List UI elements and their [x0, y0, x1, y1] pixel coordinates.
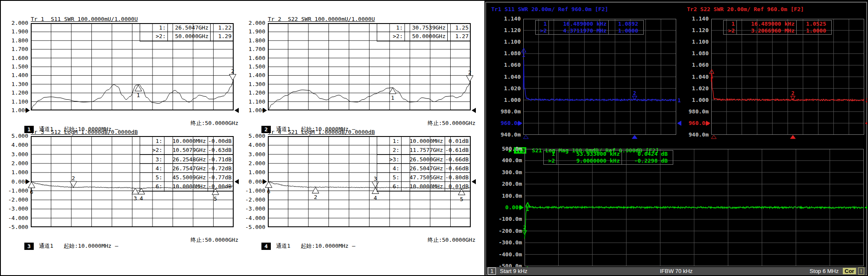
channel-bar-2: 2通道1起始:10.0000MHz—终止:50.0000GHz	[241, 119, 475, 128]
status-stop: Stop 6 MHz	[809, 268, 839, 274]
chart-title: Tr 1 S11 SWR 100.0000mU/1.0000U	[31, 16, 138, 22]
svg-text:1: 1	[710, 74, 713, 80]
chart-title: Tr 2 S22 SWR 100.0000mU/1.0000U	[268, 16, 375, 22]
y-tick-label: 2.000	[3, 20, 28, 27]
marker-glyph: 6	[28, 182, 35, 195]
y-tick-label: 1.200	[240, 89, 265, 96]
chart-rt-tr2-s22: 1.1401.1201.1001.0801.0601.0401.0201.000…	[711, 19, 864, 135]
y-tick-label: -3.000	[240, 205, 265, 212]
marker-readout: 1:10.0000MHz0.01dB2:11.7577GHz-0.61dB>3:…	[377, 136, 471, 192]
channel-label: 通道1	[276, 126, 290, 132]
y-tick-label: 1.600	[240, 55, 265, 62]
y-tick-label: 1.400	[3, 72, 28, 79]
ref-level-arrow-right	[235, 108, 239, 113]
marker-glyph: 1	[525, 202, 530, 212]
y-axis-labels: 5.0004.0003.0002.0001.0000.000-1.000-2.0…	[240, 136, 265, 227]
correction-indicator[interactable]: Cor	[843, 268, 856, 274]
y-tick-label: -300.0m	[497, 239, 522, 246]
marker-readout-row: 1:26.5047GHz1.22	[140, 24, 233, 32]
alert-indicator[interactable]: !	[858, 267, 864, 275]
channel-start: 起始:10.0000MHz	[301, 243, 349, 249]
y-tick-label: 100.0m	[497, 193, 522, 199]
marker-glyph: 2	[229, 68, 236, 80]
svg-text:5: 5	[214, 196, 217, 202]
svg-text:1: 1	[522, 52, 525, 58]
y-tick-label: 1.100	[3, 98, 28, 105]
svg-text:2: 2	[231, 68, 235, 74]
marker-readout: 116.489000 kHz1.0892>24.3711970 MHz1.000…	[535, 20, 644, 35]
status-start: Start 9 kHz	[500, 268, 527, 274]
marker-readout-row: 4:26.5047GHz-0.66dB	[377, 164, 470, 173]
tr2-trace-header[interactable]: Tr2 S22 SWR 20.00m/ Ref 960.0m [F2]	[687, 6, 804, 12]
svg-text:2: 2	[72, 175, 75, 181]
y-tick-label: 4.000	[3, 142, 28, 148]
chart-tr2-s22-swr: Tr 2 S22 SWR 100.0000mU/1.0000U 2.0001.9…	[268, 23, 471, 110]
y-tick-label: 1.700	[3, 46, 28, 53]
y-tick-label: 1.000	[240, 169, 265, 176]
svg-text:2: 2	[633, 90, 636, 96]
marker-readout: 1:10.0000MHz-0.00dB>2:10.5079GHz-0.63dB3…	[140, 136, 234, 192]
marker-readout-row: >2:50.0000GHz1.29	[140, 32, 233, 41]
y-axis-labels: 1.1401.1201.1001.0801.0601.0401.0201.000…	[496, 19, 521, 135]
y-tick-label: 1.800	[240, 37, 265, 44]
y-tick-label: 1.020	[684, 85, 709, 92]
marker-readout: 153.933000 kHz0.0424 dB>29.0000000 kHz-0…	[543, 150, 673, 165]
marker-readout-row: 153.933000 kHz0.0424 dB	[544, 151, 673, 157]
channel-stop: 终止:50.0000GHz	[191, 119, 238, 127]
y-tick-label: 1.080	[496, 50, 521, 57]
svg-text:4: 4	[374, 195, 377, 201]
marker-readout-row: 6:10.0000MHz0.01dB	[377, 182, 470, 191]
marker-readout-row: 1:10.0000MHz-0.00dB	[140, 137, 233, 145]
left-panel: Tr 1 S11 SWR 100.0000mU/1.0000U 2.0001.9…	[1, 1, 484, 276]
y-tick-label: 940.0m	[684, 131, 709, 138]
y-tick-label: 1.900	[240, 28, 265, 35]
marker-readout-row: 6:10.0000MHz-0.00dB	[140, 182, 233, 191]
channel-dash: —	[352, 126, 355, 132]
channel-dash: —	[115, 243, 118, 249]
marker-readout-row: 1:10.0000MHz0.01dB	[377, 137, 470, 145]
y-tick-label: 1.500	[240, 63, 265, 70]
marker-readout-row: 5:47.7505GHz-0.80dB	[377, 173, 470, 182]
channel-label: 通道1	[39, 126, 53, 132]
marker-readout-row: 2:11.7577GHz-0.61dB	[377, 145, 470, 154]
y-tick-label: 1.000	[3, 107, 28, 114]
channel-dash: —	[352, 243, 355, 249]
plot-area: 122	[711, 19, 864, 135]
marker-glyph: 3	[132, 188, 139, 202]
y-tick-label: 1.120	[684, 27, 709, 34]
plot-area: 12	[525, 149, 864, 266]
y-tick-label: -1.000	[240, 187, 265, 194]
marker-glyph: 6	[265, 181, 272, 195]
tr1-trace-header[interactable]: Tr1 S11 SWR 20.00m/ Ref 960.0m [F2]	[491, 6, 608, 12]
y-tick-label: 1.080	[684, 50, 709, 57]
svg-text:2: 2	[792, 90, 795, 96]
chart-rt-tr3-s21: 500.0m400.0m300.0m200.0m100.0m0.000-100.…	[525, 149, 864, 266]
plot-area: 121	[523, 19, 676, 135]
y-tick-label: 1.140	[684, 15, 709, 22]
y-tick-label: 1.100	[240, 98, 265, 105]
svg-text:2: 2	[523, 225, 526, 231]
svg-text:5: 5	[460, 196, 463, 202]
marker-readout-row: >23.2066960 MHz1.0000	[724, 27, 831, 34]
y-axis-labels: 2.0001.9001.8001.7001.6001.5001.4001.300…	[3, 23, 28, 110]
y-tick-label: 1.500	[3, 63, 28, 70]
ref-level-arrow-right	[472, 108, 476, 113]
marker-readout: 116.489000 kHz1.0525>23.2066960 MHz1.000…	[723, 20, 832, 35]
svg-text:6: 6	[30, 189, 33, 195]
status-ifbw: IFBW 70 kHz	[660, 267, 693, 275]
y-tick-label: 1.040	[496, 74, 521, 80]
y-tick-label: 1.900	[3, 28, 28, 35]
marker-readout-row: 1:30.7539GHz1.25	[377, 24, 470, 32]
channel-stop: 终止:50.0000GHz	[428, 119, 475, 127]
svg-text:2: 2	[314, 194, 317, 200]
marker-readout-row: 116.489000 kHz1.0892	[536, 21, 643, 27]
y-tick-label: 1.040	[684, 74, 709, 80]
marker-readout-row: 5:45.5009GHz-0.77dB	[140, 173, 233, 182]
y-tick-label: 1.060	[684, 62, 709, 68]
y-tick-label: -4.000	[240, 215, 265, 222]
channel-number-badge: 3	[24, 243, 34, 250]
y-tick-label: 1.100	[496, 39, 521, 45]
y-tick-label: 200.0m	[497, 181, 522, 187]
y-tick-label: 4.000	[240, 142, 265, 148]
y-tick-label: 1.600	[3, 55, 28, 62]
